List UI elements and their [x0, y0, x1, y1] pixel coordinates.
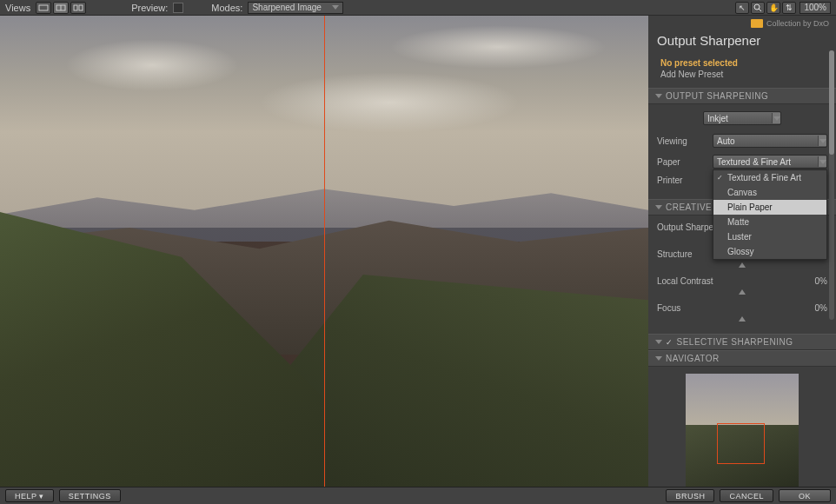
viewing-select[interactable]: Auto — [713, 134, 827, 148]
slider-label: Focus — [657, 303, 680, 313]
paper-option[interactable]: Textured & Fine Art — [713, 170, 826, 185]
paper-option[interactable]: Canvas — [713, 185, 826, 200]
nik-logo-icon — [751, 19, 763, 28]
dropdown-icon — [818, 156, 826, 167]
cancel-button[interactable]: CANCEL — [720, 489, 773, 502]
scrollbar-thumb[interactable] — [829, 50, 834, 155]
check-icon: ✓ — [666, 338, 673, 347]
ok-button[interactable]: OK — [779, 489, 831, 502]
slider-value: 0% — [815, 276, 827, 286]
paper-option[interactable]: Matte — [713, 215, 826, 229]
focus-slider[interactable] — [657, 316, 827, 323]
bottom-toolbar: HELP ▾ SETTINGS BRUSH CANCEL OK — [0, 487, 836, 504]
help-button[interactable]: HELP ▾ — [5, 489, 54, 502]
section-selective-sharpening[interactable]: ✓ SELECTIVE SHARPENING — [648, 334, 836, 350]
viewing-label: Viewing — [657, 136, 713, 146]
svg-rect-4 — [79, 5, 83, 10]
brand-bar: Collection by DxO — [648, 16, 836, 31]
section-navigator[interactable]: NAVIGATOR — [648, 350, 836, 367]
select-tool-button[interactable]: ↖ — [735, 2, 749, 14]
method-select[interactable]: Inkjet — [703, 111, 781, 125]
paper-option[interactable]: Luster — [713, 229, 826, 244]
slider-thumb-icon — [739, 262, 746, 268]
modes-label: Modes: — [211, 3, 242, 13]
slider-thumb-icon — [739, 289, 746, 295]
brush-button[interactable]: BRUSH — [666, 489, 714, 502]
split-divider[interactable] — [324, 16, 325, 487]
view-side-button[interactable] — [70, 2, 86, 14]
mode-value: Sharpened Image — [252, 3, 322, 12]
paper-label: Paper — [657, 157, 713, 167]
mode-select[interactable]: Sharpened Image — [248, 2, 343, 14]
views-label: Views — [5, 3, 30, 13]
collapse-icon — [655, 340, 662, 344]
top-toolbar: Views Preview: Modes: Sharpened Image ↖ … — [0, 0, 836, 16]
dropdown-icon — [332, 5, 339, 10]
paper-dropdown-menu: Textured & Fine Art Canvas Plain Paper M… — [713, 169, 827, 260]
preview-checkbox[interactable] — [173, 3, 183, 13]
zoom-display[interactable]: 100% — [800, 2, 831, 14]
paper-option[interactable]: Glossy — [713, 244, 826, 259]
svg-line-6 — [759, 9, 761, 11]
hand-tool-button[interactable]: ✋ — [766, 2, 780, 14]
preview-label: Preview: — [131, 3, 168, 13]
paper-option[interactable]: Plain Paper — [713, 200, 826, 215]
structure-slider[interactable] — [657, 262, 827, 269]
right-panel: Collection by DxO Output Sharpener No pr… — [648, 16, 836, 487]
collapse-icon — [655, 205, 662, 209]
add-preset-link[interactable]: Add New Preset — [660, 70, 824, 79]
slider-thumb-icon — [739, 316, 746, 322]
printer-label: Printer — [657, 176, 713, 185]
slider-value: 0% — [815, 303, 827, 313]
brand-text: Collection by DxO — [766, 19, 829, 28]
settings-button[interactable]: SETTINGS — [59, 489, 121, 502]
no-preset-label: No preset selected — [660, 58, 824, 68]
collapse-icon — [655, 94, 662, 98]
view-single-button[interactable] — [36, 2, 51, 14]
dropdown-icon — [818, 136, 826, 146]
panel-title: Output Sharpener — [648, 31, 836, 55]
image-canvas[interactable] — [0, 16, 648, 487]
view-split-button[interactable] — [53, 2, 69, 14]
slider-label: Local Contrast — [657, 276, 713, 286]
slider-label: Structure — [657, 249, 693, 259]
svg-rect-3 — [74, 5, 77, 10]
panel-scrollbar[interactable] — [829, 50, 834, 320]
section-output-sharpening[interactable]: OUTPUT SHARPENING — [648, 88, 836, 104]
collapse-icon — [655, 356, 662, 361]
local-contrast-slider[interactable] — [657, 289, 827, 296]
navigator-viewport-rect[interactable] — [717, 423, 765, 464]
paper-select[interactable]: Textured & Fine Art Textured & Fine Art … — [713, 155, 827, 169]
dropdown-icon — [772, 113, 780, 123]
navigator-thumbnail[interactable] — [686, 374, 799, 487]
svg-rect-0 — [39, 5, 48, 10]
compare-tool-button[interactable]: ⇅ — [782, 2, 796, 14]
zoom-tool-button[interactable] — [751, 2, 765, 14]
view-buttons — [36, 2, 86, 14]
